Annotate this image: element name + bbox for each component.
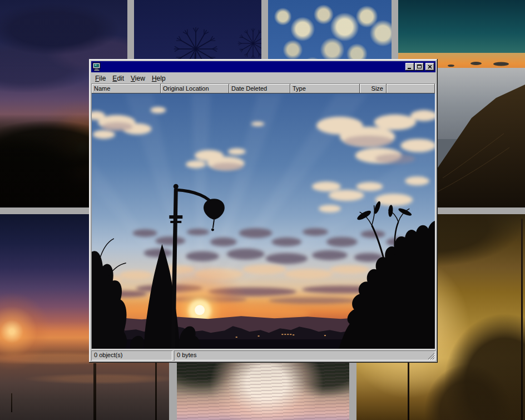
recycle-bin-window: File Edit View Help Name Original Locati…	[89, 59, 438, 363]
status-object-count: 0 object(s)	[91, 350, 172, 360]
close-button[interactable]	[425, 63, 434, 71]
resize-grip-icon[interactable]	[428, 353, 435, 360]
menu-bar: File Edit View Help	[91, 73, 435, 83]
column-header-original-location[interactable]: Original Location	[161, 84, 229, 93]
menu-file[interactable]: File	[92, 73, 109, 83]
menu-help[interactable]: Help	[148, 73, 169, 83]
status-bar: 0 object(s) 0 bytes	[91, 350, 435, 360]
menu-view[interactable]: View	[127, 73, 148, 83]
list-view-photo[interactable]	[92, 93, 435, 349]
reed-stem	[521, 219, 523, 420]
title-bar[interactable]	[91, 61, 435, 72]
minimize-button[interactable]	[405, 63, 414, 71]
menu-edit[interactable]: Edit	[109, 73, 127, 83]
list-area: Name Original Location Date Deleted Type…	[91, 83, 435, 349]
column-header-row: Name Original Location Date Deleted Type…	[92, 84, 435, 93]
column-header-type[interactable]: Type	[290, 84, 360, 93]
lake-pole	[93, 363, 96, 420]
column-header-size[interactable]: Size	[360, 84, 387, 93]
sunset-streetlamp-photo	[92, 93, 435, 349]
column-header-filler	[387, 84, 435, 93]
status-size-text: 0 bytes	[177, 352, 196, 358]
column-header-name[interactable]: Name	[92, 84, 161, 93]
lake-pole	[11, 393, 12, 412]
maximize-icon	[417, 65, 422, 68]
lake-pole	[155, 357, 157, 420]
computer-icon	[92, 62, 101, 71]
maximize-button[interactable]	[415, 63, 424, 71]
minimize-icon	[408, 68, 411, 69]
reed-stem	[408, 361, 409, 420]
status-total-size: 0 bytes	[174, 350, 435, 360]
close-icon	[428, 65, 432, 69]
desktop: File Edit View Help Name Original Locati…	[0, 0, 525, 420]
column-header-date-deleted[interactable]: Date Deleted	[229, 84, 290, 93]
